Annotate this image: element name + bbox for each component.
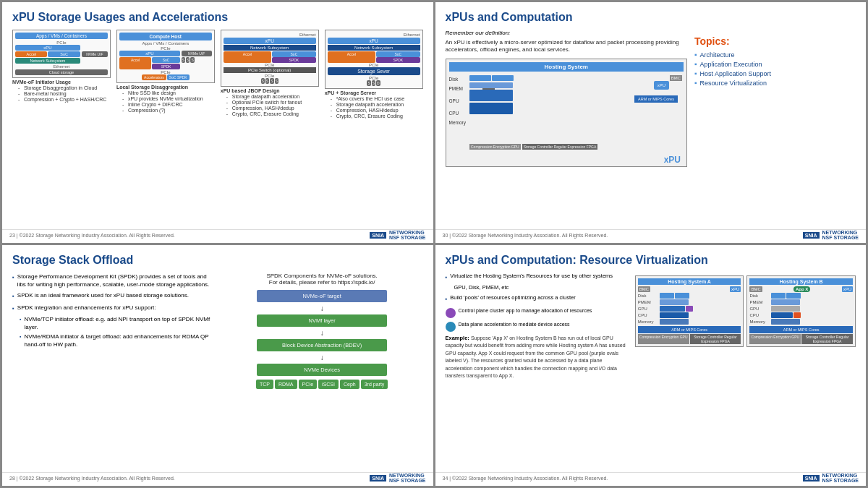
list-item: Crypto, CRC, Erasure Coding xyxy=(331,114,423,119)
bullet-virt-text-2: Build 'pools' of resources optimizing ac… xyxy=(450,294,575,302)
bullet-virt-1: ▪ Virtualize the Hosting System's Resour… xyxy=(446,273,629,281)
resources-b: Disk PMEM xyxy=(749,293,853,325)
disk-blk-2 xyxy=(675,293,689,299)
slide1-footer-text: 23 | ©2022 Storage Networking Industry A… xyxy=(9,233,175,238)
pcie-box: PCIe xyxy=(299,380,318,389)
snia-box-2: SNIA xyxy=(803,232,820,239)
slide1-content: Apps / VMs / Containers PCIe xPU Accel S… xyxy=(12,30,423,220)
list-item: Compression, HASH/dedup xyxy=(226,106,319,111)
pmem-blk-b xyxy=(771,299,800,305)
example-text: Suppose 'App X' on Hosting System B has … xyxy=(446,335,626,379)
sub-text-2: NVMe/RDMA initiator & target offload: ad… xyxy=(24,333,213,348)
list-item: *Also covers the HCI use case xyxy=(331,96,423,101)
mem-blk xyxy=(660,319,689,325)
slide3-right: SPDK Components for NVMe-oF solutions. F… xyxy=(221,273,423,463)
topic-architecture: ▪ Architecture xyxy=(694,50,856,59)
snia-logo-3: SNIA NETWORKINGNSF STORAGE xyxy=(370,473,425,483)
compression-box: Compression Encryption GPU xyxy=(469,144,521,150)
main-grid: xPU Storage Usages and Accelerations App… xyxy=(0,0,868,488)
third-party-box: 3rd party xyxy=(361,380,388,389)
slide2-footer: 30 | ©2022 Storage Networking Industry A… xyxy=(435,229,867,240)
xpu-a: xPU xyxy=(730,286,741,292)
storage-ctrl-box: Storage Controller Regular Expression FP… xyxy=(522,144,598,150)
nvmeof-target-box: NVMe-oF target xyxy=(257,290,387,302)
hosting-sys-b: Hosting System B BMC App X xPU Disk xyxy=(746,275,856,347)
bmc-badge: BMC xyxy=(670,75,682,81)
slide4-left: ▪ Virtualize the Hosting System's Resour… xyxy=(446,273,629,463)
list-item: Storage Disaggregation in Cloud xyxy=(18,85,111,90)
slide3-content: ▪ Storage Performance Development Kit (S… xyxy=(12,273,423,463)
xpu-main-box: xPU xyxy=(654,81,669,90)
mem-row-a: Memory xyxy=(638,319,741,325)
cpu-label-a: CPU xyxy=(638,313,658,317)
slide3-left: ▪ Storage Performance Development Kit (S… xyxy=(12,273,214,463)
sub-sq-2: ▪ xyxy=(20,333,21,348)
gpu-bar-a xyxy=(660,306,741,312)
mem-label-a: Memory xyxy=(638,320,658,324)
arm-cores-box: ARM or MIPS Cores xyxy=(634,95,678,103)
pmem-bar-a xyxy=(660,299,741,305)
slide4-right: Hosting System A BMC xPU Disk xyxy=(635,273,856,463)
list-item: Compression + Crypto + HASH/CRC xyxy=(18,97,111,102)
bullet-spdk-2: ▪ SPDK is an ideal framework used for xP… xyxy=(12,291,214,300)
spdk-diagram-title: SPDK Components for NVMe-oF solutions. F… xyxy=(221,273,423,286)
cpu-bar-b xyxy=(771,312,853,318)
sq-bullet-2: ▪ xyxy=(12,292,14,300)
slide3-title: Storage Stack Offload xyxy=(12,254,423,267)
snia-box-4: SNIA xyxy=(803,475,820,481)
hosting-diagram: Hosting System Disk PMEM GPU CPU Memory xyxy=(446,59,688,167)
slide1-title: xPU Storage Usages and Accelerations xyxy=(12,11,423,24)
bullet-text-1: Storage Performance Development Kit (SPD… xyxy=(17,273,214,288)
bottom-components: Compression Encryption GPU Storage Contr… xyxy=(469,144,597,150)
spdk-title-text: SPDK Components for NVMe-oF solutions. xyxy=(266,273,377,279)
bullet-virt-sub: GPU, Disk, PMEM, etc xyxy=(446,284,629,292)
disk-bar-a xyxy=(660,293,741,299)
topic-label-1: Architecture xyxy=(700,51,735,59)
list-local: Nitro SSD like design xPU provides NVMe … xyxy=(116,90,215,114)
nsf-text-4: NETWORKINGNSF STORAGE xyxy=(822,473,859,483)
ceph-box: Ceph xyxy=(340,380,359,389)
legend-circle-2 xyxy=(446,322,456,332)
gpu-label-b: GPU xyxy=(749,307,770,311)
sub-bullets: ▪ NVMe/TCP initiator offload: e.g. add N… xyxy=(12,315,214,349)
storage-server-diagram: Ethernet xPU Network Subsystem Accel SoC… xyxy=(325,30,423,89)
slide2-right: Topics: ▪ Architecture ▪ Application Exe… xyxy=(694,30,856,220)
spdk-title-sub: For details, please refer to https://spd… xyxy=(269,279,375,286)
sq-bullet-1: ▪ xyxy=(12,273,14,281)
mem-bar-a xyxy=(660,319,741,325)
gpu-block xyxy=(469,90,513,101)
legend-circle-1 xyxy=(446,308,456,318)
arm-a: ARM or MIPS Cores xyxy=(638,326,741,333)
bullet-spdk-1: ▪ Storage Performance Development Kit (S… xyxy=(12,273,214,288)
res-pmem: PMEM xyxy=(449,86,466,91)
disk-bar-b xyxy=(771,293,853,299)
cpu-bar-a xyxy=(660,312,741,318)
snia-logo-1: SNIA NETWORKINGNSF STORAGE xyxy=(370,230,425,240)
disk-blk-b xyxy=(771,293,786,299)
hosting-inner: Disk PMEM GPU CPU Memory BMC SMC xyxy=(449,74,684,157)
desc-jbof: xPU based JBOF Design xyxy=(221,88,319,93)
definition-label: Remember our definition: xyxy=(446,30,688,36)
bmc-b: BMC xyxy=(749,286,762,292)
snia-logo-4: SNIA NETWORKINGNSF STORAGE xyxy=(803,473,859,483)
bullet-4: ▪ xyxy=(694,79,697,87)
disk-row-a: Disk xyxy=(638,293,741,299)
snia-box-3: SNIA xyxy=(370,475,386,481)
slide4-footer: 34 | ©2022 Storage Networking Industry A… xyxy=(435,472,867,483)
nvme-devices-box: NVMe Devices xyxy=(257,364,387,376)
slide-3: Storage Stack Offload ▪ Storage Performa… xyxy=(2,245,433,486)
legend-text-1: Control plane cluster app to manage allo… xyxy=(459,307,592,314)
pmem-label-b: PMEM xyxy=(749,300,770,304)
disk-blk-b2 xyxy=(786,293,801,299)
topic-app-exec: ▪ Application Execution xyxy=(694,59,856,69)
resource-labels: Disk PMEM GPU CPU Memory xyxy=(449,74,466,157)
diagram-col-4: Ethernet xPU Network Subsystem Accel SoC… xyxy=(325,30,423,220)
arrow-3: ↓ xyxy=(320,354,324,361)
example-label: Example: xyxy=(446,335,469,341)
bullet-text-3: SPDK integration and enhancements for xP… xyxy=(17,304,156,312)
slide3-footer-text: 28 | ©2022 Storage Networking Industry A… xyxy=(9,476,175,481)
list-item: Compression (?) xyxy=(122,108,215,113)
arm-b: ARM or MIPS Cores xyxy=(749,326,853,333)
list-item: Crypto, CRC, Erasure Coding xyxy=(226,111,319,116)
slide-1: xPU Storage Usages and Accelerations App… xyxy=(2,2,433,243)
